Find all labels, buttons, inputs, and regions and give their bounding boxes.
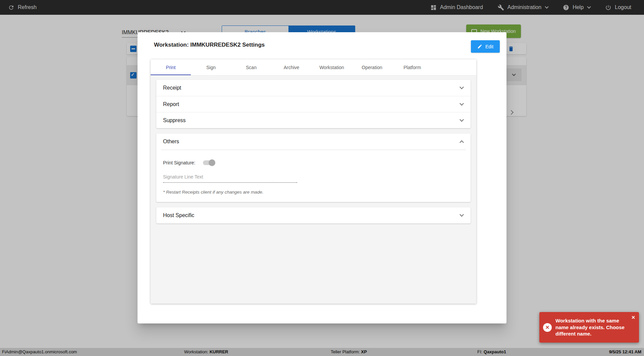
accordion-host-specific-label: Host Specific — [163, 212, 194, 218]
tab-workstation[interactable]: Workstation — [312, 59, 352, 75]
dialog-title: Workstation: IMMKURREDESK2 Settings — [154, 42, 265, 48]
others-section-content: Print Signature: * Restart Receipts clie… — [156, 150, 471, 202]
edit-button[interactable]: Edit — [471, 40, 500, 53]
restart-note: * Restart Receipts client if any changes… — [163, 190, 464, 195]
tab-print[interactable]: Print — [151, 59, 191, 75]
pencil-icon — [477, 44, 482, 49]
error-icon: ✕ — [543, 323, 552, 332]
accordion-report-label: Report — [163, 101, 179, 107]
close-icon[interactable]: ✕ — [631, 315, 635, 320]
accordion-host-specific-card: Host Specific — [156, 207, 471, 223]
accordion-receipt[interactable]: Receipt — [156, 80, 471, 96]
settings-panel: Print Sign Scan Archive Workstation Oper… — [151, 59, 476, 304]
chevron-down-icon — [460, 117, 464, 122]
print-tab-content: Receipt Report Suppress Others — [151, 75, 476, 233]
chevron-down-icon — [460, 101, 464, 106]
chevron-down-icon — [460, 85, 464, 89]
print-signature-toggle[interactable] — [203, 160, 214, 165]
chevron-up-icon — [460, 140, 464, 145]
accordion-receipt-label: Receipt — [163, 85, 181, 91]
tab-operation[interactable]: Operation — [352, 59, 392, 75]
accordion-others[interactable]: Others — [156, 134, 471, 150]
signature-line-text-input[interactable] — [163, 174, 297, 183]
tab-scan[interactable]: Scan — [231, 59, 271, 75]
workstation-settings-dialog: Workstation: IMMKURREDESK2 Settings Edit… — [138, 32, 506, 323]
tab-platform[interactable]: Platform — [392, 59, 432, 75]
error-toast: ✕ Workstation with the same name already… — [539, 312, 639, 343]
toast-message: Workstation with the same name already e… — [555, 317, 630, 337]
toggle-thumb — [209, 159, 215, 166]
accordion-suppress[interactable]: Suppress — [156, 112, 471, 128]
accordion-group-card: Receipt Report Suppress — [156, 80, 471, 128]
accordion-others-label: Others — [163, 139, 179, 145]
application-window: Refresh Admin Dashboard Administration H… — [0, 0, 644, 356]
accordion-host-specific[interactable]: Host Specific — [156, 207, 471, 223]
accordion-others-card: Others Print Signature: * Restart Receip… — [156, 134, 471, 202]
accordion-report[interactable]: Report — [156, 96, 471, 112]
print-signature-label: Print Signature: — [163, 160, 196, 165]
accordion-suppress-label: Suppress — [163, 117, 186, 123]
chevron-down-icon — [460, 212, 464, 217]
tab-sign[interactable]: Sign — [191, 59, 231, 75]
edit-button-label: Edit — [485, 44, 493, 49]
settings-tabbar: Print Sign Scan Archive Workstation Oper… — [151, 59, 476, 75]
tab-archive[interactable]: Archive — [271, 59, 312, 75]
